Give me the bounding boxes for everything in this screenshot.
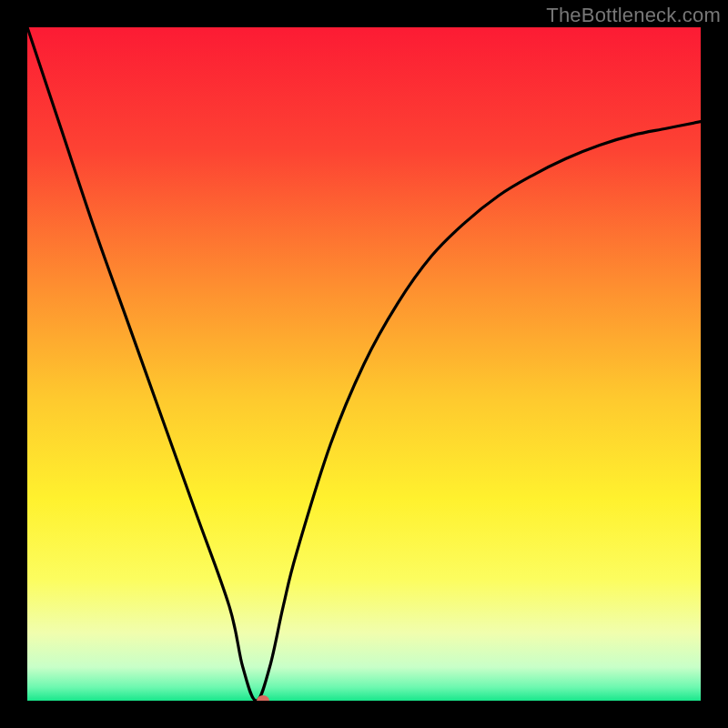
minimum-marker-dot bbox=[257, 695, 269, 701]
bottleneck-curve bbox=[27, 27, 701, 701]
watermark-text: TheBottleneck.com bbox=[546, 4, 721, 27]
plot-area bbox=[27, 27, 701, 701]
chart-frame: TheBottleneck.com bbox=[0, 0, 728, 728]
